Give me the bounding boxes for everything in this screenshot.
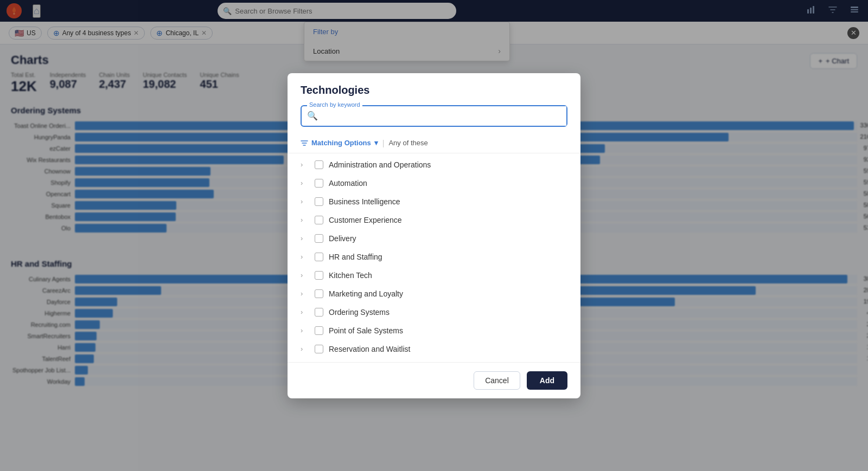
category-checkbox[interactable] <box>315 234 323 243</box>
keyword-search-wrapper: Search by keyword 🔍 <box>301 105 567 127</box>
category-label: Kitchen Tech <box>329 271 372 280</box>
expand-icon: › <box>301 234 309 242</box>
any-of-these-label: Any of these <box>388 139 427 147</box>
list-item[interactable]: › Administration and Operations <box>288 156 580 174</box>
category-label: Business Intelligence <box>329 197 400 206</box>
category-label: HR and Staffing <box>329 253 382 261</box>
modal-header: Technologies Search by keyword 🔍 <box>288 73 580 133</box>
matching-options-label: Matching Options <box>311 139 371 147</box>
expand-icon: › <box>301 289 309 298</box>
expand-icon: › <box>301 216 309 224</box>
cancel-button[interactable]: Cancel <box>474 371 520 390</box>
list-item[interactable]: › Kitchen Tech <box>288 266 580 285</box>
list-item[interactable]: › Marketing and Loyalty <box>288 285 580 303</box>
expand-icon: › <box>301 253 309 261</box>
expand-icon: › <box>301 160 309 169</box>
expand-icon: › <box>301 197 309 205</box>
category-checkbox[interactable] <box>315 345 323 353</box>
category-label: Reservation and Waitlist <box>329 345 410 353</box>
matching-options-bar: Matching Options ▾ | Any of these <box>288 133 580 153</box>
expand-icon: › <box>301 271 309 279</box>
matching-options-chevron: ▾ <box>374 139 378 147</box>
list-item[interactable]: › Search and Discovery <box>288 358 580 362</box>
search-keyword-icon: 🔍 <box>302 106 323 125</box>
category-checkbox[interactable] <box>315 308 323 317</box>
modal-overlay[interactable]: Technologies Search by keyword 🔍 Matchin… <box>0 0 868 471</box>
list-item[interactable]: › Customer Experience <box>288 211 580 229</box>
category-checkbox[interactable] <box>315 216 323 224</box>
modal-title: Technologies <box>301 84 567 96</box>
keyword-search-input[interactable] <box>323 106 566 126</box>
separator: | <box>382 139 385 147</box>
expand-icon: › <box>301 326 309 334</box>
category-checkbox[interactable] <box>315 253 323 261</box>
technologies-modal: Technologies Search by keyword 🔍 Matchin… <box>288 73 580 398</box>
category-checkbox[interactable] <box>315 289 323 298</box>
category-label: Marketing and Loyalty <box>329 289 403 298</box>
list-item[interactable]: › Business Intelligence <box>288 192 580 211</box>
expand-icon: › <box>301 345 309 353</box>
category-checkbox[interactable] <box>315 197 323 206</box>
expand-icon: › <box>301 308 309 316</box>
search-keyword-label: Search by keyword <box>307 101 362 108</box>
category-checkbox[interactable] <box>315 326 323 335</box>
list-item[interactable]: › Automation <box>288 174 580 192</box>
category-label: Delivery <box>329 234 356 243</box>
category-checkbox[interactable] <box>315 179 323 188</box>
category-label: Customer Experience <box>329 216 402 224</box>
matching-options-button[interactable]: Matching Options ▾ <box>301 139 378 147</box>
modal-footer: Cancel Add <box>288 362 580 398</box>
expand-icon: › <box>301 179 309 187</box>
list-item[interactable]: › Point of Sale Systems <box>288 321 580 340</box>
category-checkbox[interactable] <box>315 271 323 280</box>
list-item[interactable]: › HR and Staffing <box>288 248 580 266</box>
list-item[interactable]: › Reservation and Waitlist <box>288 340 580 358</box>
category-label: Automation <box>329 179 367 188</box>
category-label: Administration and Operations <box>329 160 431 169</box>
modal-category-list: › Administration and Operations › Automa… <box>288 153 580 362</box>
list-item[interactable]: › Ordering Systems <box>288 303 580 321</box>
category-label: Ordering Systems <box>329 308 390 317</box>
add-button[interactable]: Add <box>527 371 567 390</box>
list-item[interactable]: › Delivery <box>288 229 580 248</box>
category-label: Point of Sale Systems <box>329 326 403 335</box>
category-checkbox[interactable] <box>315 160 323 169</box>
